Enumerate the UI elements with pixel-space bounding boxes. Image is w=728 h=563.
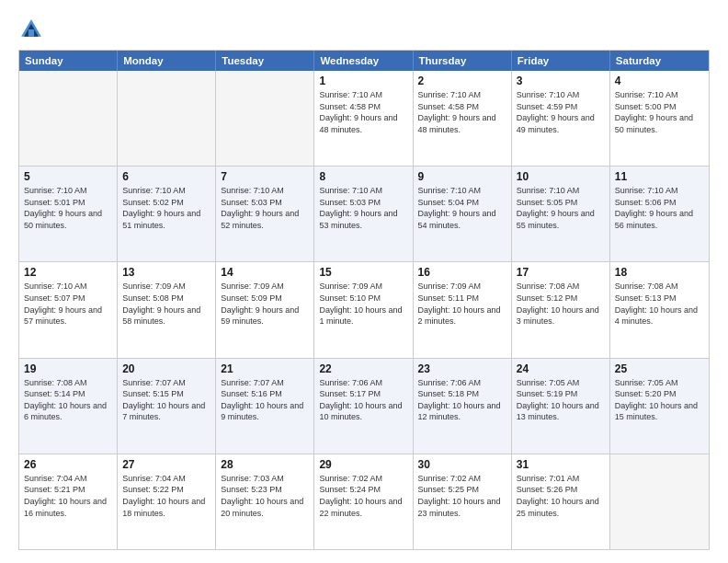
calendar-cell-27: 27Sunrise: 7:04 AM Sunset: 5:22 PM Dayli…: [118, 454, 216, 549]
calendar-row: 26Sunrise: 7:04 AM Sunset: 5:21 PM Dayli…: [19, 454, 709, 549]
day-info: Sunrise: 7:04 AM Sunset: 5:22 PM Dayligh…: [122, 473, 210, 519]
header-day-sunday: Sunday: [19, 51, 118, 71]
day-number: 12: [24, 266, 112, 279]
day-number: 8: [319, 170, 407, 183]
day-info: Sunrise: 7:10 AM Sunset: 5:02 PM Dayligh…: [122, 185, 210, 231]
day-info: Sunrise: 7:09 AM Sunset: 5:08 PM Dayligh…: [122, 281, 210, 327]
day-number: 20: [122, 362, 210, 375]
day-info: Sunrise: 7:02 AM Sunset: 5:24 PM Dayligh…: [319, 473, 407, 519]
day-info: Sunrise: 7:02 AM Sunset: 5:25 PM Dayligh…: [418, 473, 506, 519]
day-number: 19: [24, 362, 112, 375]
day-number: 9: [418, 170, 506, 183]
day-number: 11: [615, 170, 704, 183]
day-info: Sunrise: 7:01 AM Sunset: 5:26 PM Dayligh…: [517, 473, 605, 519]
calendar-cell-31: 31Sunrise: 7:01 AM Sunset: 5:26 PM Dayli…: [512, 454, 610, 549]
calendar-cell-16: 16Sunrise: 7:09 AM Sunset: 5:11 PM Dayli…: [414, 262, 512, 357]
calendar-cell-28: 28Sunrise: 7:03 AM Sunset: 5:23 PM Dayli…: [216, 454, 314, 549]
calendar-cell-17: 17Sunrise: 7:08 AM Sunset: 5:12 PM Dayli…: [512, 262, 610, 357]
calendar: SundayMondayTuesdayWednesdayThursdayFrid…: [18, 50, 710, 550]
calendar-cell-7: 7Sunrise: 7:10 AM Sunset: 5:03 PM Daylig…: [216, 167, 314, 261]
calendar-row: 5Sunrise: 7:10 AM Sunset: 5:01 PM Daylig…: [19, 166, 709, 261]
day-info: Sunrise: 7:08 AM Sunset: 5:12 PM Dayligh…: [517, 281, 605, 327]
day-number: 5: [24, 170, 112, 183]
day-info: Sunrise: 7:06 AM Sunset: 5:18 PM Dayligh…: [418, 377, 506, 423]
day-info: Sunrise: 7:08 AM Sunset: 5:14 PM Dayligh…: [24, 377, 112, 423]
calendar-cell-18: 18Sunrise: 7:08 AM Sunset: 5:13 PM Dayli…: [610, 262, 709, 357]
day-info: Sunrise: 7:09 AM Sunset: 5:11 PM Dayligh…: [418, 281, 506, 327]
calendar-cell-19: 19Sunrise: 7:08 AM Sunset: 5:14 PM Dayli…: [19, 359, 118, 454]
day-info: Sunrise: 7:10 AM Sunset: 5:01 PM Dayligh…: [24, 185, 112, 231]
calendar-cell-14: 14Sunrise: 7:09 AM Sunset: 5:09 PM Dayli…: [216, 262, 314, 357]
header-day-friday: Friday: [512, 51, 610, 71]
day-number: 28: [221, 458, 309, 471]
day-number: 18: [615, 266, 704, 279]
day-number: 13: [122, 266, 210, 279]
calendar-cell-8: 8Sunrise: 7:10 AM Sunset: 5:03 PM Daylig…: [314, 167, 413, 261]
day-info: Sunrise: 7:09 AM Sunset: 5:10 PM Dayligh…: [319, 281, 407, 327]
calendar-cell-1: 1Sunrise: 7:10 AM Sunset: 4:58 PM Daylig…: [314, 71, 413, 166]
calendar-cell-empty: [19, 71, 118, 166]
calendar-header: SundayMondayTuesdayWednesdayThursdayFrid…: [19, 51, 709, 71]
calendar-cell-25: 25Sunrise: 7:05 AM Sunset: 5:20 PM Dayli…: [610, 359, 709, 454]
logo: [18, 17, 48, 42]
page: SundayMondayTuesdayWednesdayThursdayFrid…: [0, 0, 728, 563]
day-info: Sunrise: 7:03 AM Sunset: 5:23 PM Dayligh…: [221, 473, 309, 519]
day-number: 23: [418, 362, 506, 375]
day-number: 31: [517, 458, 605, 471]
calendar-row: 19Sunrise: 7:08 AM Sunset: 5:14 PM Dayli…: [19, 358, 709, 454]
day-number: 7: [221, 170, 309, 183]
day-number: 29: [319, 458, 407, 471]
day-info: Sunrise: 7:07 AM Sunset: 5:16 PM Dayligh…: [221, 377, 309, 423]
calendar-cell-26: 26Sunrise: 7:04 AM Sunset: 5:21 PM Dayli…: [19, 454, 118, 549]
calendar-cell-4: 4Sunrise: 7:10 AM Sunset: 5:00 PM Daylig…: [610, 71, 709, 166]
calendar-cell-2: 2Sunrise: 7:10 AM Sunset: 4:58 PM Daylig…: [414, 71, 512, 166]
calendar-cell-24: 24Sunrise: 7:05 AM Sunset: 5:19 PM Dayli…: [512, 359, 610, 454]
day-info: Sunrise: 7:10 AM Sunset: 5:04 PM Dayligh…: [418, 185, 506, 231]
day-info: Sunrise: 7:10 AM Sunset: 5:07 PM Dayligh…: [24, 281, 112, 327]
day-number: 3: [517, 75, 605, 87]
day-info: Sunrise: 7:09 AM Sunset: 5:09 PM Dayligh…: [221, 281, 309, 327]
calendar-body: 1Sunrise: 7:10 AM Sunset: 4:58 PM Daylig…: [19, 71, 709, 549]
day-number: 22: [319, 362, 407, 375]
header-day-tuesday: Tuesday: [216, 51, 314, 71]
day-number: 21: [221, 362, 309, 375]
calendar-cell-30: 30Sunrise: 7:02 AM Sunset: 5:25 PM Dayli…: [414, 454, 512, 549]
day-number: 25: [615, 362, 704, 375]
day-number: 16: [418, 266, 506, 279]
day-number: 17: [517, 266, 605, 279]
day-number: 4: [615, 75, 704, 87]
calendar-cell-9: 9Sunrise: 7:10 AM Sunset: 5:04 PM Daylig…: [414, 167, 512, 261]
day-info: Sunrise: 7:10 AM Sunset: 5:06 PM Dayligh…: [615, 185, 704, 231]
day-number: 30: [418, 458, 506, 471]
calendar-cell-empty: [216, 71, 314, 166]
day-number: 2: [418, 75, 506, 87]
day-number: 15: [319, 266, 407, 279]
calendar-cell-12: 12Sunrise: 7:10 AM Sunset: 5:07 PM Dayli…: [19, 262, 118, 357]
calendar-row: 12Sunrise: 7:10 AM Sunset: 5:07 PM Dayli…: [19, 261, 709, 357]
day-info: Sunrise: 7:06 AM Sunset: 5:17 PM Dayligh…: [319, 377, 407, 423]
header-day-monday: Monday: [118, 51, 216, 71]
calendar-cell-10: 10Sunrise: 7:10 AM Sunset: 5:05 PM Dayli…: [512, 167, 610, 261]
logo-icon: [18, 17, 44, 42]
day-info: Sunrise: 7:05 AM Sunset: 5:20 PM Dayligh…: [615, 377, 704, 423]
day-number: 14: [221, 266, 309, 279]
calendar-cell-6: 6Sunrise: 7:10 AM Sunset: 5:02 PM Daylig…: [118, 167, 216, 261]
day-number: 24: [517, 362, 605, 375]
calendar-cell-22: 22Sunrise: 7:06 AM Sunset: 5:17 PM Dayli…: [314, 359, 413, 454]
day-info: Sunrise: 7:10 AM Sunset: 4:58 PM Dayligh…: [319, 89, 407, 135]
day-info: Sunrise: 7:10 AM Sunset: 5:03 PM Dayligh…: [221, 185, 309, 231]
day-info: Sunrise: 7:08 AM Sunset: 5:13 PM Dayligh…: [615, 281, 704, 327]
day-number: 1: [319, 75, 407, 87]
calendar-cell-empty: [118, 71, 216, 166]
header-day-thursday: Thursday: [414, 51, 512, 71]
day-number: 10: [517, 170, 605, 183]
calendar-cell-5: 5Sunrise: 7:10 AM Sunset: 5:01 PM Daylig…: [19, 167, 118, 261]
day-number: 6: [122, 170, 210, 183]
header: [18, 17, 710, 42]
calendar-cell-3: 3Sunrise: 7:10 AM Sunset: 4:59 PM Daylig…: [512, 71, 610, 166]
calendar-cell-empty: [610, 454, 709, 549]
calendar-cell-23: 23Sunrise: 7:06 AM Sunset: 5:18 PM Dayli…: [414, 359, 512, 454]
day-info: Sunrise: 7:05 AM Sunset: 5:19 PM Dayligh…: [517, 377, 605, 423]
header-day-saturday: Saturday: [610, 51, 709, 71]
calendar-cell-13: 13Sunrise: 7:09 AM Sunset: 5:08 PM Dayli…: [118, 262, 216, 357]
